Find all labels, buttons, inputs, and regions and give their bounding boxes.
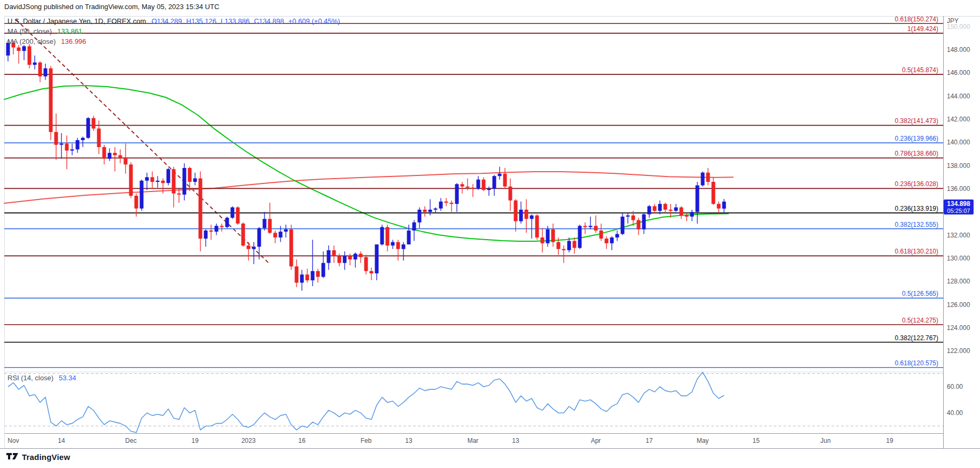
candle-body bbox=[546, 229, 550, 243]
candle-body bbox=[466, 187, 470, 188]
candle-body bbox=[188, 168, 192, 182]
candle-body bbox=[135, 196, 138, 209]
candle-body bbox=[108, 153, 112, 159]
candle-body bbox=[450, 203, 454, 204]
candle-body bbox=[247, 245, 251, 249]
candle-body bbox=[92, 118, 96, 129]
candle-body bbox=[509, 187, 512, 201]
candle-body bbox=[97, 128, 101, 147]
candle-body bbox=[348, 256, 352, 260]
ohlc-token: O134.289 bbox=[151, 17, 182, 25]
candle-body bbox=[514, 201, 518, 221]
candle-body bbox=[632, 216, 635, 220]
candle-body bbox=[391, 242, 395, 246]
candle-body bbox=[119, 155, 122, 157]
candle-body bbox=[268, 219, 272, 233]
candle-body bbox=[690, 212, 694, 217]
candle-body bbox=[418, 210, 422, 223]
candle-body bbox=[327, 250, 331, 263]
candle-body bbox=[215, 226, 219, 232]
candle-body bbox=[311, 271, 315, 280]
candle-body bbox=[584, 226, 587, 227]
candle-body bbox=[493, 176, 496, 189]
candle-body bbox=[145, 177, 149, 181]
candle-body bbox=[621, 217, 625, 234]
candle-body bbox=[439, 202, 443, 209]
candle-body bbox=[396, 242, 400, 249]
candle-body bbox=[161, 181, 165, 183]
candle-body bbox=[519, 210, 523, 221]
rsi-line[interactable] bbox=[8, 372, 724, 433]
candle-body bbox=[258, 228, 261, 247]
candle-body bbox=[199, 179, 203, 239]
candle-body bbox=[33, 63, 37, 65]
candle-body bbox=[573, 241, 577, 248]
ohlc-token: C134.898 bbox=[254, 17, 284, 25]
ma200-value: 136.996 bbox=[61, 37, 86, 45]
tradingview-logo-icon bbox=[6, 452, 19, 462]
candle-body bbox=[364, 257, 368, 271]
last-price-badge[interactable]: 134.898 05:25:07 bbox=[944, 200, 974, 214]
candle-body bbox=[183, 168, 186, 195]
ma200-line[interactable] bbox=[4, 172, 733, 203]
ma50-legend-row[interactable]: MA (50, close)133.861 bbox=[7, 27, 82, 35]
candle-body bbox=[696, 186, 699, 212]
candle-body bbox=[225, 218, 229, 227]
candle-body bbox=[445, 202, 448, 203]
candle-body bbox=[44, 68, 48, 76]
price-chart-canvas[interactable] bbox=[0, 0, 980, 468]
candle-body bbox=[129, 165, 133, 196]
symbol-description: U.S. Dollar / Japanese Yen, 1D, FOREX.co… bbox=[7, 17, 146, 25]
candle-body bbox=[610, 237, 614, 243]
candle-body bbox=[541, 237, 545, 243]
candle-body bbox=[535, 216, 539, 237]
rsi-value: 53.34 bbox=[59, 374, 76, 382]
candlestick-series[interactable] bbox=[6, 41, 726, 291]
candle-body bbox=[193, 179, 197, 182]
candle-body bbox=[236, 208, 240, 224]
candle-body bbox=[658, 204, 662, 211]
candle-body bbox=[124, 158, 128, 165]
bar-countdown: 05:25:07 bbox=[944, 208, 974, 214]
rsi-legend-row[interactable]: RSI (14, close)53.34 bbox=[7, 374, 76, 382]
candle-body bbox=[38, 63, 42, 76]
candle-body bbox=[338, 256, 341, 263]
candle-body bbox=[557, 242, 561, 249]
tradingview-logo-text: TradingView bbox=[22, 452, 70, 462]
symbol-legend-row[interactable]: U.S. Dollar / Japanese Yen, 1D, FOREX.co… bbox=[7, 17, 344, 25]
candle-body bbox=[65, 144, 69, 151]
ma50-line[interactable] bbox=[4, 86, 728, 241]
candle-body bbox=[701, 173, 705, 186]
candle-body bbox=[685, 216, 689, 217]
tradingview-chart-window: DavidJSong published on TradingView.com,… bbox=[0, 0, 980, 468]
candle-body bbox=[482, 180, 486, 190]
ma200-legend-row[interactable]: MA (200, close)136.996 bbox=[7, 37, 86, 45]
ohlc-token: +0.609 (+0.45%) bbox=[289, 17, 340, 25]
candle-body bbox=[209, 231, 213, 232]
candle-body bbox=[172, 169, 176, 194]
candle-body bbox=[295, 266, 299, 282]
candle-body bbox=[642, 214, 646, 229]
candle-body bbox=[55, 132, 58, 145]
publish-attribution: DavidJSong published on TradingView.com,… bbox=[4, 3, 219, 11]
candle-body bbox=[664, 204, 667, 210]
ma50-value: 133.861 bbox=[57, 27, 82, 35]
ohlc-values: O134.289H135.126L133.886C134.898+0.609 (… bbox=[151, 17, 344, 25]
candle-body bbox=[386, 227, 390, 246]
candle-body bbox=[562, 249, 566, 250]
candle-body bbox=[525, 210, 528, 219]
candle-body bbox=[343, 256, 347, 263]
candle-body bbox=[375, 244, 379, 273]
candle-body bbox=[706, 173, 710, 182]
rsi-label: RSI (14, close) bbox=[7, 374, 53, 382]
candle-body bbox=[680, 208, 683, 216]
last-price: 134.898 bbox=[944, 200, 974, 208]
tradingview-logo[interactable]: TradingView bbox=[6, 452, 70, 462]
candle-body bbox=[290, 229, 293, 266]
candle-body bbox=[60, 144, 64, 145]
candle-body bbox=[113, 153, 117, 155]
candle-body bbox=[423, 210, 427, 212]
candle-body bbox=[316, 271, 320, 277]
candle-body bbox=[434, 209, 438, 210]
candle-body bbox=[402, 244, 406, 249]
